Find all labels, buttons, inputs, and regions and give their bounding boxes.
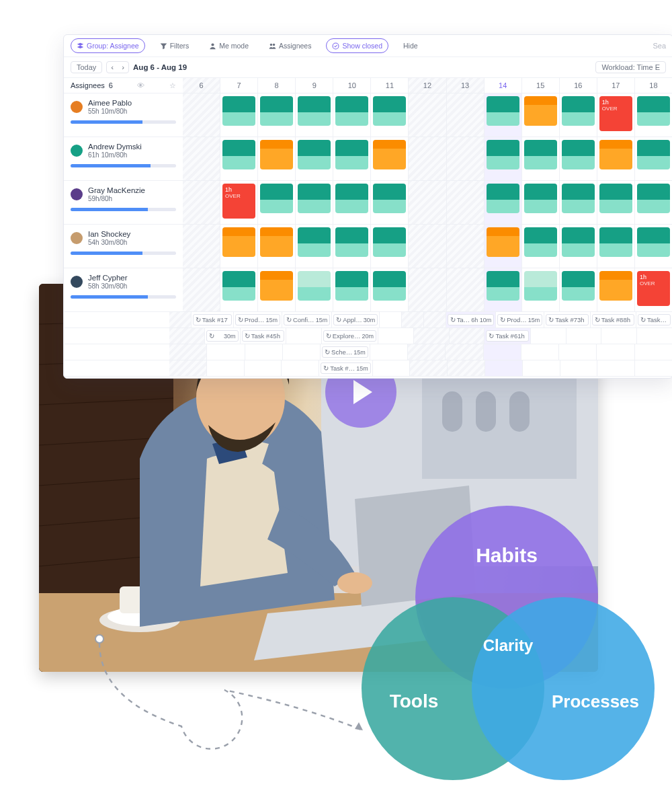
workload-block[interactable] — [524, 140, 557, 169]
workload-block[interactable] — [599, 271, 632, 301]
day-cell[interactable] — [296, 225, 333, 268]
workload-block[interactable] — [487, 140, 519, 169]
task-chip[interactable]: ↻Appl…30m — [333, 314, 378, 325]
day-cell[interactable] — [333, 93, 371, 137]
workload-block[interactable] — [260, 227, 293, 257]
workload-block[interactable] — [373, 140, 406, 169]
day-cell[interactable] — [220, 225, 258, 268]
day-cell[interactable] — [635, 181, 672, 224]
workload-block[interactable] — [487, 271, 519, 301]
workload-block[interactable] — [260, 140, 293, 169]
day-cell[interactable] — [258, 93, 296, 137]
chevron-right-icon[interactable]: › — [118, 62, 128, 73]
workload-block[interactable] — [524, 96, 557, 126]
me-mode-button[interactable]: Me mode — [204, 39, 254, 52]
workload-block[interactable] — [487, 184, 519, 213]
task-chip[interactable]: ↻Task #61h — [486, 330, 528, 342]
filters-button[interactable]: Filters — [155, 39, 195, 52]
day-cell[interactable]: 1hOVER — [597, 93, 635, 137]
day-cell[interactable] — [522, 93, 560, 137]
task-chip[interactable]: ↻Explore…20m — [323, 330, 376, 342]
day-cell[interactable] — [220, 93, 258, 137]
day-cell[interactable] — [183, 181, 220, 224]
task-chip[interactable]: ↻Task #73h — [546, 314, 588, 325]
workload-block[interactable] — [373, 227, 406, 257]
task-chip[interactable]: ↻Confi…15m — [284, 314, 330, 325]
day-cell[interactable] — [296, 268, 333, 311]
day-cell[interactable] — [485, 225, 522, 268]
day-cell[interactable] — [447, 93, 485, 137]
day-cell[interactable] — [597, 137, 635, 180]
workload-block[interactable] — [373, 184, 406, 213]
workload-block[interactable]: 1hOVER — [599, 96, 632, 131]
workload-block[interactable] — [599, 140, 632, 169]
workload-block[interactable] — [373, 271, 406, 301]
task-chip[interactable]: ↻Sche…15m — [322, 346, 368, 358]
day-cell[interactable] — [485, 181, 522, 224]
day-cell[interactable] — [522, 225, 560, 268]
chevron-left-icon[interactable]: ‹ — [107, 62, 118, 73]
day-cell[interactable] — [333, 225, 371, 268]
day-cell[interactable] — [183, 268, 220, 311]
workload-block[interactable] — [562, 140, 595, 169]
day-cell[interactable] — [296, 93, 333, 137]
task-chip[interactable]: ↻Task #45h — [242, 330, 284, 342]
day-cell[interactable] — [220, 268, 258, 311]
day-cell[interactable] — [333, 181, 371, 224]
workload-block[interactable] — [260, 96, 293, 126]
workload-block[interactable] — [599, 227, 632, 257]
hide-button[interactable]: Hide — [398, 39, 423, 52]
workload-block[interactable] — [637, 184, 670, 213]
day-cell[interactable] — [258, 268, 296, 311]
day-cell[interactable] — [371, 93, 409, 137]
day-cell[interactable] — [560, 181, 597, 224]
day-cell[interactable] — [371, 181, 409, 224]
task-chip[interactable]: ↻Prod…15m — [235, 314, 280, 325]
date-nav-arrows[interactable]: ‹› — [106, 61, 129, 73]
day-cell[interactable] — [485, 137, 522, 180]
workload-block[interactable] — [298, 227, 331, 257]
day-cell[interactable] — [371, 268, 409, 311]
task-chip[interactable]: ↻Task #88h — [592, 314, 634, 325]
eye-icon[interactable]: 👁 — [137, 81, 144, 89]
day-cell[interactable] — [258, 225, 296, 268]
day-cell[interactable] — [296, 181, 333, 224]
day-cell[interactable]: 1hOVER — [220, 181, 258, 224]
task-chip[interactable]: ↻Task #…15m — [321, 362, 370, 374]
day-cell[interactable] — [485, 268, 522, 311]
workload-block[interactable] — [222, 271, 255, 301]
day-cell[interactable] — [560, 225, 597, 268]
workload-block[interactable] — [637, 227, 670, 257]
workload-block[interactable] — [373, 96, 406, 126]
day-cell[interactable] — [597, 181, 635, 224]
workload-block[interactable] — [487, 96, 519, 126]
show-closed-chip[interactable]: Show closed — [326, 38, 388, 53]
day-cell[interactable] — [183, 225, 220, 268]
task-chip[interactable]: ↻Task… — [638, 314, 671, 325]
workload-block[interactable] — [260, 271, 293, 301]
day-cell[interactable] — [597, 225, 635, 268]
workload-block[interactable] — [298, 96, 331, 126]
workload-block[interactable] — [335, 96, 368, 126]
day-cell[interactable] — [333, 268, 371, 311]
day-cell[interactable] — [409, 225, 446, 268]
workload-block[interactable] — [637, 96, 670, 126]
workload-block[interactable] — [222, 96, 255, 126]
workload-block[interactable] — [298, 271, 331, 301]
day-cell[interactable] — [183, 93, 220, 137]
day-cell[interactable] — [522, 181, 560, 224]
day-cell[interactable] — [522, 268, 560, 311]
workload-block[interactable] — [487, 227, 519, 257]
workload-block[interactable] — [562, 96, 595, 126]
workload-block[interactable] — [637, 140, 670, 169]
day-cell[interactable] — [635, 137, 672, 180]
assignees-button[interactable]: Assignees — [263, 39, 317, 52]
day-cell[interactable] — [333, 137, 371, 180]
day-cell[interactable] — [635, 225, 672, 268]
workload-mode[interactable]: Workload: Time E — [595, 61, 666, 73]
day-cell[interactable] — [522, 137, 560, 180]
day-cell[interactable] — [296, 137, 333, 180]
workload-block[interactable] — [260, 184, 293, 213]
workload-block[interactable] — [222, 140, 255, 169]
task-chip[interactable]: ↻Ta…6h 10m — [448, 314, 495, 325]
